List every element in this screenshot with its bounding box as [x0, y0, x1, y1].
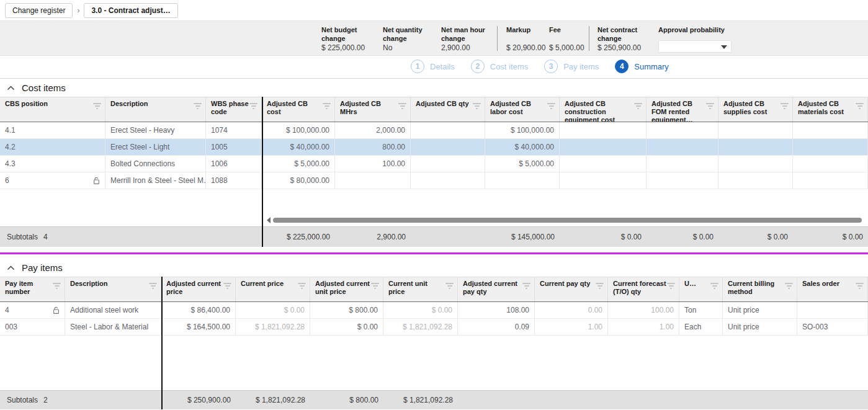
column-header[interactable]: Current unit price: [383, 277, 458, 301]
breadcrumb-change-register[interactable]: Change register: [5, 3, 73, 18]
table-row[interactable]: 003Steel - Labor & Material$ 164,500.00$…: [0, 319, 868, 336]
table-cell[interactable]: $ 800.00: [310, 302, 383, 318]
table-cell[interactable]: Unit price: [723, 319, 797, 335]
filter-icon[interactable]: [473, 103, 481, 109]
column-header[interactable]: CBS position: [0, 97, 105, 122]
column-header[interactable]: WBS phase code: [206, 97, 262, 122]
table-cell[interactable]: [647, 156, 718, 172]
table-cell[interactable]: $ 0.00: [310, 319, 383, 335]
column-header[interactable]: U…: [679, 277, 723, 301]
table-cell[interactable]: 1006: [206, 156, 262, 172]
table-cell[interactable]: [797, 302, 868, 318]
table-cell[interactable]: SO-003: [797, 319, 868, 335]
table-cell[interactable]: 1088: [206, 172, 262, 189]
collapse-chevron-up-icon[interactable]: [7, 265, 15, 270]
table-cell[interactable]: $ 80,000.00: [262, 172, 335, 189]
table-cell[interactable]: [793, 122, 868, 138]
breadcrumb-contract-adjustment[interactable]: 3.0 - Contract adjust…: [84, 3, 177, 18]
filter-icon[interactable]: [596, 283, 604, 289]
table-cell[interactable]: $ 86,400.00: [161, 302, 236, 318]
table-cell[interactable]: [485, 172, 560, 189]
approval-probability-select[interactable]: [658, 40, 732, 53]
column-header[interactable]: Current pay qty: [535, 277, 608, 301]
table-cell[interactable]: [411, 156, 485, 172]
table-row[interactable]: 4.2Erect Steel - Light1005$ 40,000.00800…: [0, 139, 868, 156]
table-cell[interactable]: 2,000.00: [335, 122, 411, 138]
column-header[interactable]: Description: [65, 277, 161, 301]
filter-icon[interactable]: [93, 103, 101, 109]
column-header[interactable]: Adjusted CB FOM rented equipment…: [647, 97, 718, 122]
table-cell[interactable]: 108.00: [458, 302, 535, 318]
column-header[interactable]: Adjusted CB supplies cost: [718, 97, 793, 122]
table-cell[interactable]: [411, 139, 485, 155]
filter-icon[interactable]: [856, 283, 864, 289]
filter-icon[interactable]: [249, 103, 257, 109]
table-cell[interactable]: 6: [0, 172, 105, 189]
filter-icon[interactable]: [522, 283, 530, 289]
table-cell[interactable]: $ 100,000.00: [485, 122, 560, 138]
table-cell[interactable]: [335, 172, 411, 189]
table-cell[interactable]: [718, 139, 793, 155]
filter-icon[interactable]: [667, 283, 675, 289]
filter-icon[interactable]: [785, 283, 793, 289]
filter-icon[interactable]: [445, 283, 454, 289]
column-header[interactable]: Adjusted CB cost: [262, 97, 335, 122]
scroll-left-arrow-icon[interactable]: [267, 217, 271, 223]
table-cell[interactable]: $ 5,000.00: [485, 156, 560, 172]
table-cell[interactable]: [560, 156, 647, 172]
table-cell[interactable]: 003: [0, 319, 65, 335]
step-details[interactable]: 1 Details: [411, 60, 455, 73]
table-cell[interactable]: 4: [0, 302, 65, 318]
table-cell[interactable]: [560, 122, 647, 138]
table-row[interactable]: 6Merrill Iron & Steel - Steel M…1088$ 80…: [0, 172, 868, 189]
table-cell[interactable]: Merrill Iron & Steel - Steel M…: [105, 172, 206, 189]
table-cell[interactable]: [793, 139, 868, 155]
horizontal-scrollbar[interactable]: [267, 217, 862, 223]
column-header[interactable]: Pay item number: [0, 277, 65, 301]
table-cell[interactable]: $ 100,000.00: [262, 122, 335, 138]
step-cost-items[interactable]: 2 Cost items: [471, 60, 528, 73]
column-header[interactable]: Adjusted CB construction equipment cost: [560, 97, 647, 122]
column-header[interactable]: Current price: [236, 277, 310, 301]
table-cell[interactable]: [647, 172, 718, 189]
filter-icon[interactable]: [781, 103, 789, 109]
filter-icon[interactable]: [194, 103, 202, 109]
step-pay-items[interactable]: 3 Pay items: [544, 60, 599, 73]
table-cell[interactable]: $ 40,000.00: [262, 139, 335, 155]
column-header[interactable]: Adjusted current pay qty: [458, 277, 535, 301]
table-cell[interactable]: 1005: [206, 139, 262, 155]
column-header[interactable]: Adjusted CB qty: [411, 97, 485, 122]
column-header[interactable]: Current forecast (T/O) qty: [608, 277, 679, 301]
table-cell[interactable]: Steel - Labor & Material: [65, 319, 161, 335]
table-row[interactable]: 4Additional steel work$ 86,400.00$ 0.00$…: [0, 302, 868, 319]
filter-icon[interactable]: [53, 283, 61, 289]
table-cell[interactable]: 800.00: [335, 139, 411, 155]
table-cell[interactable]: [647, 122, 718, 138]
column-header[interactable]: Adjusted CB materials cost: [793, 97, 868, 122]
column-header[interactable]: Adjusted CB MHrs: [335, 97, 411, 122]
filter-icon[interactable]: [298, 283, 306, 289]
table-cell[interactable]: $ 40,000.00: [485, 139, 560, 155]
table-cell[interactable]: [718, 156, 793, 172]
filter-icon[interactable]: [706, 103, 714, 109]
column-header[interactable]: Adjusted current price: [161, 277, 236, 301]
table-cell[interactable]: Unit price: [723, 302, 797, 318]
filter-icon[interactable]: [856, 103, 864, 109]
table-cell[interactable]: Bolted Connections: [105, 156, 206, 172]
table-cell[interactable]: Each: [679, 319, 723, 335]
column-header[interactable]: Current billing method: [723, 277, 797, 301]
column-header[interactable]: Description: [105, 97, 206, 122]
frozen-column-divider[interactable]: [161, 277, 163, 409]
filter-icon[interactable]: [323, 103, 331, 109]
table-cell[interactable]: 4.1: [0, 122, 105, 138]
filter-icon[interactable]: [710, 283, 718, 289]
filter-icon[interactable]: [634, 103, 642, 109]
collapse-chevron-up-icon[interactable]: [7, 86, 15, 91]
table-cell[interactable]: 0.09: [458, 319, 535, 335]
table-cell[interactable]: $ 5,000.00: [262, 156, 335, 172]
table-cell[interactable]: 1074: [206, 122, 262, 138]
table-cell[interactable]: [560, 139, 647, 155]
frozen-column-divider[interactable]: [262, 97, 263, 247]
table-cell[interactable]: $ 164,500.00: [161, 319, 236, 335]
table-cell[interactable]: [718, 172, 793, 189]
